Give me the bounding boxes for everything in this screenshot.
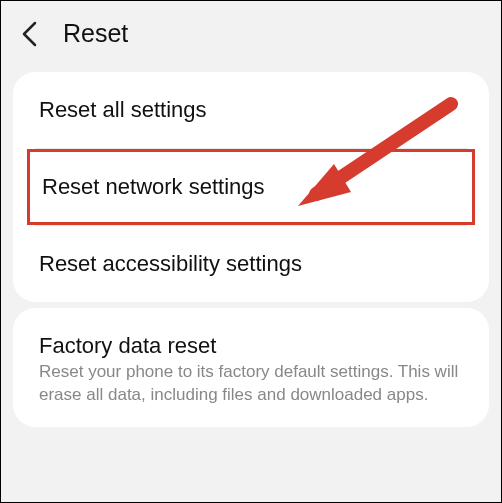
header: Reset bbox=[1, 1, 501, 66]
page-title: Reset bbox=[63, 19, 128, 48]
factory-reset-card: Factory data reset Reset your phone to i… bbox=[13, 308, 489, 427]
factory-reset-title: Factory data reset bbox=[39, 333, 463, 359]
back-icon[interactable] bbox=[15, 20, 43, 48]
factory-data-reset-item[interactable]: Factory data reset Reset your phone to i… bbox=[13, 308, 489, 427]
reset-network-settings-item[interactable]: Reset network settings bbox=[27, 149, 475, 225]
reset-accessibility-settings-item[interactable]: Reset accessibility settings bbox=[13, 226, 489, 302]
reset-options-card: Reset all settings Reset network setting… bbox=[13, 72, 489, 302]
list-item-label: Reset network settings bbox=[42, 174, 265, 199]
list-item-label: Reset accessibility settings bbox=[39, 251, 302, 276]
factory-reset-description: Reset your phone to its factory default … bbox=[39, 361, 463, 407]
reset-all-settings-item[interactable]: Reset all settings bbox=[13, 72, 489, 148]
list-item-label: Reset all settings bbox=[39, 97, 207, 122]
